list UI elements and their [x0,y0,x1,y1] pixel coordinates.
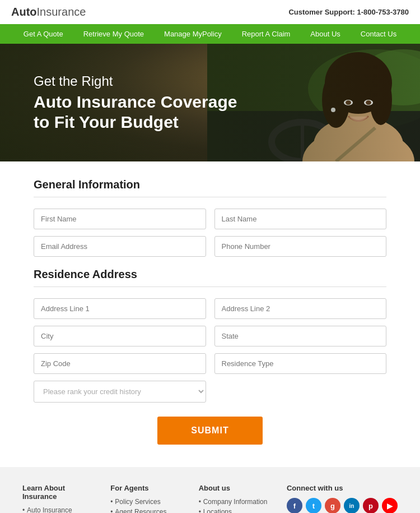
pinterest-icon[interactable]: p [363,498,379,513]
credit-history-wrapper: Please rank your credit history Excellen… [34,381,206,403]
residence-title: Residence Address [34,268,386,281]
hero-title-line2: to Fit Your Budget [34,113,179,131]
hero-text: Get the Right Auto Insurance Coverage to… [17,73,254,132]
header: AutoInsurance Customer Support: 1-800-75… [0,0,420,24]
twitter-icon[interactable]: t [306,498,321,513]
state-input[interactable] [214,326,387,346]
address1-input[interactable] [34,298,206,319]
nav-report-claim[interactable]: Report A Claim [232,24,301,44]
linkedin-icon[interactable]: in [344,498,360,513]
footer-link[interactable]: Auto Insurance Information [27,506,72,513]
residence-type-input[interactable] [214,353,387,374]
nav-manage-policy[interactable]: Manage MyPolicy [154,24,232,44]
footer-col1-links: Auto Insurance Information State Insuran… [22,506,99,513]
footer-link[interactable]: Company Information [203,498,268,506]
main-nav: Get A Quote Retrieve My Quote Manage MyP… [0,24,420,44]
contact-row [34,236,386,257]
general-divider [34,197,386,197]
address-row [34,298,386,319]
city-input[interactable] [34,326,206,346]
residence-divider [34,286,386,287]
nav-get-quote[interactable]: Get A Quote [13,24,73,44]
credit-row: Please rank your credit history Excellen… [34,381,386,403]
hero-title: Auto Insurance Coverage to Fit Your Budg… [34,92,237,132]
zip-residence-row [34,353,386,374]
city-state-row [34,326,386,346]
hero-section: Get the Right Auto Insurance Coverage to… [0,44,420,161]
logo: AutoInsurance [11,6,86,19]
nav-about-us[interactable]: About Us [300,24,350,44]
footer-col2-links: Policy Services Agent Resources [110,498,187,513]
footer-col-agents: For Agents Policy Services Agent Resourc… [110,484,187,513]
nav-contact-us[interactable]: Contact Us [351,24,407,44]
youtube-icon[interactable]: ▶ [382,498,398,513]
footer-col-social: Connect with us f t g in p ▶ [287,484,398,513]
footer-col3-title: About us [199,484,276,492]
submit-button[interactable]: SUBMIT [157,417,262,445]
last-name-input[interactable] [214,209,387,229]
support-label: Customer Support: [288,8,354,16]
footer-col-learn: Learn About Insurance Auto Insurance Inf… [22,484,99,513]
footer-columns: Learn About Insurance Auto Insurance Inf… [22,484,398,513]
list-item: Locations [199,508,276,513]
logo-bold: Auto [11,6,37,18]
logo-regular: Insurance [37,6,86,18]
list-item: Agent Resources [110,508,187,513]
nav-retrieve-quote[interactable]: Retrieve My Quote [73,24,154,44]
list-item: Company Information [199,498,276,506]
facebook-icon[interactable]: f [287,498,302,513]
email-input[interactable] [34,236,206,257]
footer-col4-title: Connect with us [287,484,398,492]
hero-text-area: Get the Right Auto Insurance Coverage to… [0,44,420,161]
footer-col1-title: Learn About Insurance [22,484,99,501]
list-item: Auto Insurance Information [22,506,99,513]
footer: Learn About Insurance Auto Insurance Inf… [0,467,420,513]
submit-row: SUBMIT [34,417,386,445]
address2-input[interactable] [214,298,387,319]
googleplus-icon[interactable]: g [325,498,340,513]
zip-input[interactable] [34,353,206,374]
customer-support: Customer Support: 1-800-753-3780 [288,8,409,16]
phone-input[interactable] [214,236,387,257]
footer-col2-title: For Agents [110,484,187,492]
hero-title-line1: Auto Insurance Coverage [34,93,237,111]
form-section: General Information Residence Address Pl… [0,161,420,467]
credit-history-select[interactable]: Please rank your credit history Excellen… [34,381,206,403]
support-phone: 1-800-753-3780 [357,8,409,16]
first-name-input[interactable] [34,209,206,229]
footer-link[interactable]: Agent Resources [115,508,166,513]
general-info-title: General Information [34,178,386,191]
footer-col-about: About us Company Information Locations T… [199,484,276,513]
name-row [34,209,386,229]
footer-link[interactable]: Locations [203,508,232,513]
social-icons: f t g in p ▶ [287,498,398,513]
footer-link[interactable]: Policy Services [115,498,160,506]
footer-col3-links: Company Information Locations TV Commerc… [199,498,276,513]
list-item: Policy Services [110,498,187,506]
hero-tagline: Get the Right [34,73,237,89]
